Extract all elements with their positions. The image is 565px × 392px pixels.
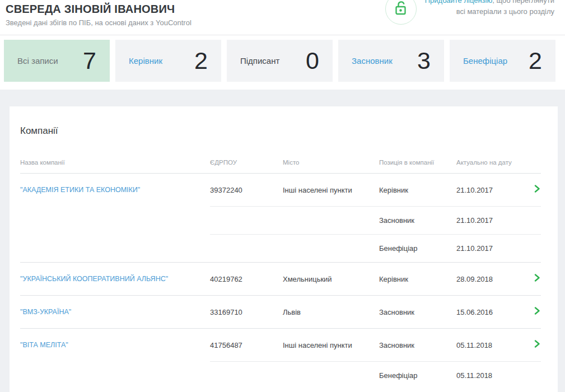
position-cell: Засновник — [379, 341, 456, 349]
col-header-edrpou: ЄДРПОУ — [210, 159, 283, 166]
company-name-cell: "ВМЗ-УКРАЇНА" — [20, 307, 210, 317]
tab-count: 7 — [83, 47, 96, 74]
position-cell: Керівник — [379, 275, 456, 283]
tab-count: 2 — [529, 47, 542, 74]
company-main-line: "УКРАЇНСЬКИЙ КООПЕРАТИВНИЙ АЛЬЯНС" 40219… — [20, 263, 541, 295]
tab-beneficiar[interactable]: Бенефіціар 2 — [450, 40, 555, 82]
row-expand-button[interactable] — [534, 307, 541, 317]
tab-label: Засновник — [352, 56, 393, 66]
date-cell: 21.10.2017 — [456, 244, 533, 253]
position-cell: Керівник — [379, 186, 456, 194]
edrpou-cell: 33169710 — [210, 308, 283, 316]
city-cell: Інші населені пункти — [283, 341, 379, 349]
position-cell: Засновник — [379, 308, 456, 316]
table-row: "УКРАЇНСЬКИЙ КООПЕРАТИВНИЙ АЛЬЯНС" 40219… — [20, 263, 541, 296]
company-sub-line: Бенефіціар 21.10.2017 — [20, 234, 541, 262]
tab-count: 3 — [417, 47, 431, 74]
date-cell: 15.06.2016 — [456, 308, 533, 316]
license-text: Придбайте ліцензію, щоб переглянути всі … — [425, 0, 554, 17]
page-title: СВЕРЕДА ЗІНОВІЙ ІВАНОВИЧ — [6, 3, 175, 16]
table-header-row: Назва компанії ЄДРПОУ Місто Позиція в ко… — [20, 159, 541, 174]
role-tabs: Всі записи 7 Керівник 2 Підписант 0 Засн… — [0, 35, 565, 82]
tab-all-records[interactable]: Всі записи 7 — [4, 40, 110, 82]
page-header: СВЕРЕДА ЗІНОВІЙ ІВАНОВИЧ Зведені дані зб… — [0, 0, 565, 90]
tab-zasnovnyk[interactable]: Засновник 3 — [338, 40, 444, 82]
company-main-line: "ВМЗ-УКРАЇНА" 33169710 Львів Засновник 1… — [20, 296, 541, 328]
col-header-date: Актуально на дату — [456, 159, 533, 166]
tab-label: Всі записи — [17, 56, 58, 66]
chevron-right-icon — [534, 185, 541, 195]
company-name-cell: "АКАДЕМІЯ ЕТИКИ ТА ЕКОНОМІКИ" — [20, 185, 210, 195]
company-name-cell: "УКРАЇНСЬКИЙ КООПЕРАТИВНИЙ АЛЬЯНС" — [20, 274, 210, 284]
companies-card: Компанії Назва компанії ЄДРПОУ Місто Поз… — [10, 106, 558, 392]
buy-license-link[interactable]: Придбайте ліцензію — [425, 0, 493, 4]
license-line1-rest: , щоб переглянути — [492, 0, 554, 4]
tab-label: Керівник — [129, 56, 162, 66]
date-cell: 05.11.2018 — [456, 371, 533, 380]
company-name-link[interactable]: "ВМЗ-УКРАЇНА" — [20, 307, 81, 317]
position-cell: Засновник — [379, 216, 456, 225]
date-cell: 21.10.2017 — [456, 216, 533, 225]
row-expand-button[interactable] — [534, 340, 541, 350]
license-line2: всі матеріали з цього розділу — [456, 7, 554, 16]
date-cell: 28.09.2018 — [456, 275, 533, 283]
position-cell: Бенефіціар — [379, 371, 456, 380]
city-cell: Львів — [283, 308, 379, 316]
header-top: СВЕРЕДА ЗІНОВІЙ ІВАНОВИЧ Зведені дані зб… — [0, 0, 565, 35]
edrpou-cell: 39372240 — [210, 186, 283, 194]
date-cell: 05.11.2018 — [456, 341, 533, 349]
edrpou-cell: 41756487 — [210, 341, 283, 349]
lock-badge — [385, 0, 417, 25]
row-expand-button[interactable] — [534, 185, 541, 195]
open-lock-icon — [394, 0, 408, 18]
company-name-cell: "ВІТА МЕЛІТА" — [20, 340, 210, 350]
company-main-line: "АКАДЕМІЯ ЕТИКИ ТА ЕКОНОМІКИ" 39372240 І… — [20, 174, 541, 206]
col-header-position: Позиція в компанії — [379, 159, 456, 166]
tab-pidpysant[interactable]: Підписант 0 — [227, 40, 333, 82]
company-main-line: "ВІТА МЕЛІТА" 41756487 Інші населені пун… — [20, 329, 541, 361]
license-banner: Придбайте ліцензію, щоб переглянути всі … — [385, 0, 554, 25]
tab-label: Підписант — [240, 56, 279, 66]
tab-kerivnyk[interactable]: Керівник 2 — [115, 40, 221, 82]
company-sub-line: Бенефіціар 05.11.2018 — [20, 361, 541, 389]
company-name-link[interactable]: "УКРАЇНСЬКИЙ КООПЕРАТИВНИЙ АЛЬЯНС" — [20, 274, 178, 284]
company-name-link[interactable]: "АКАДЕМІЯ ЕТИКИ ТА ЕКОНОМІКИ" — [20, 185, 150, 195]
date-cell: 21.10.2017 — [456, 186, 533, 194]
tab-count: 2 — [194, 47, 208, 74]
company-sub-line: Засновник 21.10.2017 — [20, 206, 541, 234]
col-header-name: Назва компанії — [20, 159, 210, 166]
tab-label: Бенефіціар — [463, 56, 507, 66]
tab-count: 0 — [306, 47, 319, 74]
table-row: "ВМЗ-УКРАЇНА" 33169710 Львів Засновник 1… — [20, 296, 541, 329]
table-row: "АКАДЕМІЯ ЕТИКИ ТА ЕКОНОМІКИ" 39372240 І… — [20, 174, 541, 263]
col-header-city: Місто — [283, 159, 379, 166]
company-name-link[interactable]: "ВІТА МЕЛІТА" — [20, 340, 78, 350]
section-title: Компанії — [20, 125, 541, 137]
city-cell: Хмельницький — [283, 275, 379, 283]
chevron-right-icon — [534, 307, 541, 317]
page-subtitle: Зведені дані збігів по ПІБ, на основі да… — [6, 18, 192, 27]
city-cell: Інші населені пункти — [283, 186, 379, 194]
edrpou-cell: 40219762 — [210, 275, 283, 283]
table-row: "ВІТА МЕЛІТА" 41756487 Інші населені пун… — [20, 329, 541, 389]
chevron-right-icon — [534, 340, 541, 350]
chevron-right-icon — [534, 274, 541, 284]
position-cell: Бенефіціар — [379, 244, 456, 253]
row-expand-button[interactable] — [534, 274, 541, 284]
